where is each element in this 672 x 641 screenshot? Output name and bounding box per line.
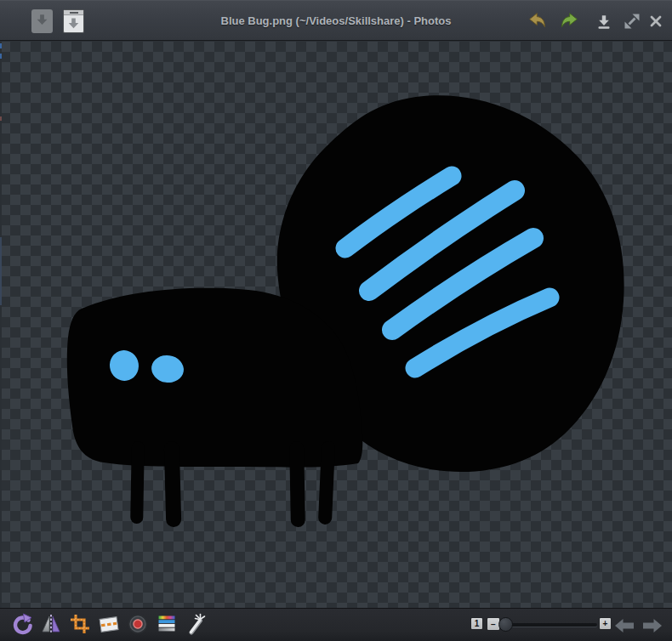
adjust-colors-button[interactable] — [155, 614, 178, 637]
rotate-button[interactable] — [10, 614, 33, 637]
download-button[interactable] — [595, 13, 612, 30]
redo-button[interactable] — [558, 11, 578, 31]
fullscreen-button[interactable] — [622, 11, 642, 31]
zoom-slider[interactable] — [504, 623, 597, 627]
photos-window: Blue Bug.png (~/Videos/Skillshare) - Pho… — [0, 0, 672, 641]
red-eye-removal-button[interactable] — [126, 614, 149, 637]
image-canvas — [0, 42, 672, 608]
resize-button[interactable] — [97, 614, 120, 637]
close-button[interactable] — [647, 13, 664, 30]
red-eye-removal-icon — [127, 613, 149, 638]
zoom-bar: 1 − + — [468, 609, 672, 641]
special-effects-icon — [185, 613, 207, 638]
flip-mirror-button[interactable] — [39, 614, 62, 637]
special-effects-button[interactable] — [184, 614, 207, 637]
bug-stripes — [345, 176, 550, 368]
resize-icon — [98, 613, 120, 638]
next-image-icon — [642, 621, 663, 636]
edit-tools — [10, 609, 207, 641]
bug-drawing — [0, 42, 672, 608]
titlebar[interactable]: Blue Bug.png (~/Videos/Skillshare) - Pho… — [0, 0, 672, 41]
adjust-colors-icon — [156, 613, 178, 638]
edge-artifact — [0, 42, 2, 608]
bug-head — [67, 288, 362, 468]
zoom-in-button[interactable]: + — [599, 617, 612, 630]
crop-icon — [69, 613, 91, 638]
redo-icon — [558, 20, 582, 34]
previous-image-icon — [614, 621, 635, 636]
save-button[interactable] — [31, 9, 53, 33]
save-as-button[interactable] — [63, 9, 84, 33]
crop-button[interactable] — [68, 614, 91, 637]
save-icon — [34, 12, 50, 31]
actual-size-button[interactable]: 1 — [470, 617, 483, 630]
next-image-button[interactable] — [642, 618, 663, 633]
undo-button[interactable] — [525, 11, 545, 31]
fullscreen-icon — [622, 20, 642, 34]
flip-mirror-icon — [40, 613, 62, 638]
undo-icon — [525, 20, 549, 34]
previous-image-button[interactable] — [614, 618, 635, 633]
bug-eyes — [108, 349, 185, 385]
bug-legs — [130, 441, 335, 528]
zoom-slider-knob[interactable] — [498, 617, 513, 632]
bug-body — [277, 95, 624, 472]
edit-toolbar: 1 − + — [0, 608, 672, 641]
rotate-icon — [11, 613, 33, 638]
download-icon — [595, 18, 612, 32]
close-icon — [647, 18, 664, 32]
